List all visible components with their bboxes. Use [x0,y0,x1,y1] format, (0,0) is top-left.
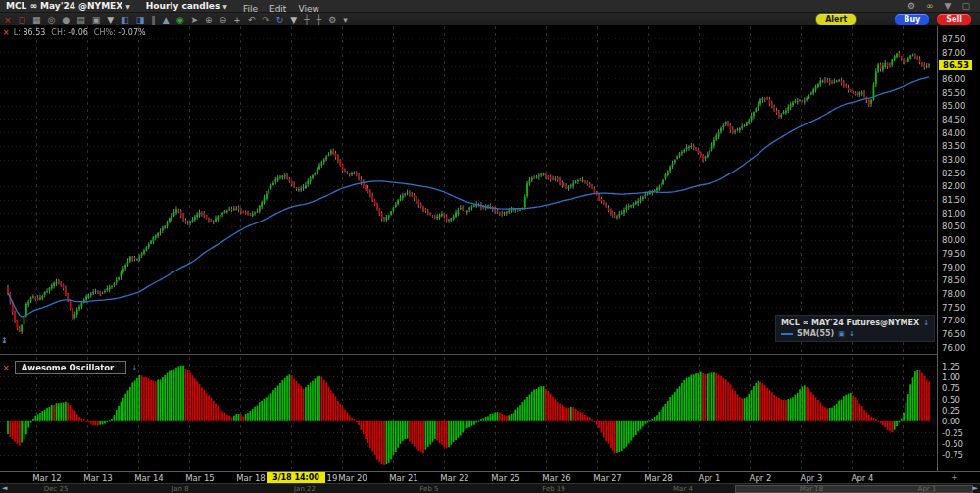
menubar-right-icons: ⚙∞▼▢ [907,2,974,11]
oscillator-tick-label: 0.00 [942,417,960,426]
menu-item-edit[interactable]: Edit [270,4,286,14]
oscillator-title[interactable]: Awesome Oscillator [15,361,127,374]
legend-settings-icon[interactable]: ▣ [838,330,845,338]
oscillator-tick-label: 1.25 [942,362,960,371]
oscillator-tick-label: 0.75 [942,383,960,393]
info-label: CH: [51,28,68,37]
scrollbar-date-label: Mar 4 [673,485,693,493]
x-date-label: Mar 20 [338,473,368,483]
x-date-label: Apr 3 [801,473,823,483]
date-axis[interactable]: Mar 12Mar 13Mar 14Mar 15Mar 1819Mar 20Ma… [0,471,980,483]
pane-divider[interactable] [0,354,980,357]
snapshot-icon[interactable]: ▣ [92,15,101,25]
trade-buttons: AlertBuySell [815,13,976,25]
dropdown-caret-icon[interactable]: ▼ [945,2,952,11]
close-chart-icon[interactable]: × [4,15,12,25]
chart-scrollbar[interactable]: ◄►Dec 25Jan 8Jan 22Feb 5Feb 19Mar 4Mar 1… [0,483,980,493]
legend-sma-row[interactable]: SMA(55) ▣ ↓ [781,328,929,339]
timeframe-selector[interactable]: Hourly candles▼ [146,1,227,11]
symbol-caret-icon: ▼ [125,3,130,10]
link-icon[interactable]: ∞ [926,2,934,11]
pointer-tool-icon[interactable]: ➤ [191,15,199,25]
crosshair-icon[interactable]: + [233,15,241,25]
symbol-selector[interactable]: MCL ∞ May'24 @NYMEX▼ [6,1,130,11]
x-date-label: Mar 26 [542,473,571,483]
menu-bar: MCL ∞ May'24 @NYMEX▼ Hourly candles▼ Fil… [0,0,980,13]
scrollbar-left-arrow-icon[interactable]: ◄ [2,484,7,492]
timeframe-caret-icon: ▼ [222,3,227,10]
price-info-values: L: 86.53CH: -0.06CH%: -0.07% [14,28,146,37]
x-date-label: Mar 18 [236,473,266,483]
collapse-arrow-icon[interactable]: ↓ [131,364,137,371]
info-item: CH%: -0.07% [94,28,146,37]
filter2-icon[interactable]: ▼ [290,15,297,25]
scrollbar-date-label: Jan 8 [172,485,188,493]
price-tick-label: 84.50 [942,115,965,124]
scrollbar-thumb[interactable] [735,485,973,493]
chartbook-icon[interactable]: ◧ [121,15,129,25]
price-tick-label: 85.00 [942,101,965,111]
alert-button[interactable]: Alert [815,13,857,25]
candles-icon[interactable]: ∥ [151,15,156,25]
menu-item-view[interactable]: View [298,4,318,14]
legend-symbol-row[interactable]: MCL ∞ MAY'24 Futures@NYMEX ↓ [781,318,929,328]
x-date-label: Mar 12 [32,473,62,483]
filter-icon[interactable]: ▼ [107,15,114,25]
close-oscillator-icon[interactable]: × [3,364,10,372]
tools-icon[interactable]: ⚙ [328,15,336,25]
fullscreen-icon[interactable]: ▢ [961,2,970,11]
last-price-tag: 86.53 [939,60,972,70]
price-tick-label: 77.00 [942,316,965,325]
x-date-label: Mar 28 [644,473,673,483]
price-tick-label: 80.00 [942,235,965,245]
x-date-label: Apr 1 [699,473,721,483]
redo-icon[interactable]: ↷ [262,15,270,25]
oscillator-header: × Awesome Oscillator ↓ [3,361,137,374]
oscillator-canvas[interactable] [0,357,937,471]
trading-platform-window: MCL ∞ May'24 @NYMEX▼ Hourly candles▼ Fil… [0,0,980,493]
price-axis[interactable]: 87.5087.0086.0085.5085.0084.5084.0083.50… [937,26,980,471]
axis-scale-left-icon[interactable]: ┼ [304,15,309,25]
selected-bar-timestamp: 3/18 14:00 [267,472,325,483]
scrollbar-right-arrow-icon[interactable]: ► [973,484,978,492]
circle-tool-icon[interactable]: ● [62,15,70,25]
chart-window-icon[interactable]: ◨ [136,15,145,25]
tools-caret-icon[interactable]: ▾ [343,15,348,25]
refresh-icon[interactable]: ↻ [276,15,284,25]
price-tick-label: 82.50 [942,169,965,178]
axis-scale-right-icon[interactable]: ┼ [317,15,321,25]
price-tick-label: 81.00 [942,209,965,219]
x-date-label: Apr 4 [852,473,874,483]
price-tick-label: 87.00 [942,48,965,58]
buy-button[interactable]: Buy [894,13,930,25]
quote-board-icon[interactable]: ◎ [48,15,56,25]
symbol-label: MCL ∞ May'24 @NYMEX [6,1,122,11]
price-tick-label: 83.00 [942,155,965,165]
selection-frame-icon[interactable]: ◻ [19,15,25,25]
gear-icon[interactable]: ⚙ [907,2,915,11]
toolbar: ×◻▦◎●▤▣▼◧◨∥▲◉➤⊕⊖+↶↷↻▼┼┼⚙▾ AlertBuySell [0,13,980,26]
scale-lock-icon[interactable]: ↨ [1,336,8,345]
folder-icon[interactable]: ▤ [76,15,85,25]
undo-icon[interactable]: ↶ [248,15,256,25]
sell-button[interactable]: Sell [936,13,972,25]
zoom-out-icon[interactable]: ⊖ [220,15,227,25]
globe-icon[interactable]: ◉ [176,15,184,25]
close-study-icon[interactable]: × [3,28,10,37]
menu-item-file[interactable]: File [243,4,258,14]
scrollbar-date-label: Dec 25 [44,485,69,493]
x-date-label: Apr 2 [750,473,772,483]
price-tick-label: 76.00 [942,343,965,353]
add-symbol-button[interactable]: + [951,472,958,482]
zoom-in-icon[interactable]: ⊕ [205,15,213,25]
grid-icon[interactable]: ▦ [32,15,41,25]
price-chart-canvas[interactable] [0,26,937,354]
collapse-arrow-icon[interactable]: ↓ [923,320,929,327]
collapse-arrow-icon[interactable]: ↓ [849,330,855,338]
trendline-icon[interactable]: ▲ [163,15,170,25]
x-date-label: Mar 13 [83,473,113,483]
info-item: CH: -0.06 [51,28,88,37]
oscillator-tick-label: -0.25 [942,428,963,438]
price-tick-label: 81.50 [942,195,965,205]
price-tick-label: 86.00 [942,74,965,84]
